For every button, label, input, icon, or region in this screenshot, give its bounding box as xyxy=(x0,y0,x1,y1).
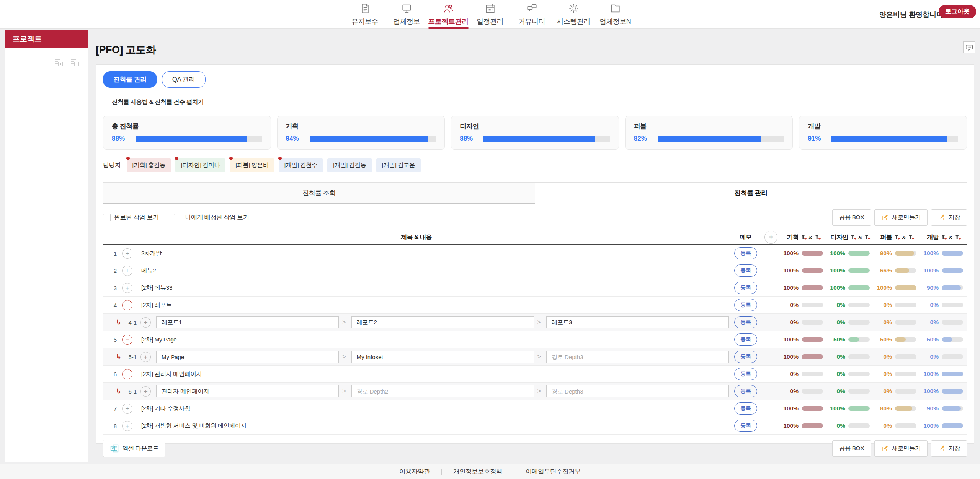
tree-collapse-all-icon[interactable] xyxy=(69,58,81,67)
expand-row-button[interactable]: + xyxy=(122,404,132,414)
manager-tag[interactable]: [개발] 김철수 xyxy=(279,158,323,172)
path-depth-input[interactable] xyxy=(546,351,729,363)
progress-bar xyxy=(895,406,916,411)
nav-item-company-info[interactable]: 업체정보 xyxy=(386,0,428,29)
row-number: 5 xyxy=(108,336,117,343)
filter-icon[interactable] xyxy=(908,235,914,240)
filter-icon[interactable] xyxy=(941,235,946,240)
register-memo-button[interactable]: 등록 xyxy=(734,333,757,346)
expand-row-button[interactable]: + xyxy=(122,248,132,259)
register-memo-button[interactable]: 등록 xyxy=(734,368,757,380)
title-cell: 8+[2차] 개방형 서비스 및 비회원 메인페이지 xyxy=(103,417,730,434)
nav-item-label: 일정관리 xyxy=(477,17,503,26)
add-sub-row-button[interactable]: + xyxy=(140,386,151,397)
manager-tag[interactable]: [기획] 홍길동 xyxy=(127,158,171,172)
register-memo-button[interactable]: 등록 xyxy=(734,420,757,432)
excel-download-button[interactable]: 엑셀 다운로드 xyxy=(103,440,165,457)
tab-progress-manage[interactable]: 진척률 관리 xyxy=(535,182,967,204)
progress-bar xyxy=(895,389,916,394)
register-memo-button[interactable]: 등록 xyxy=(734,402,757,415)
progress-dev-cell: 100% xyxy=(920,388,967,395)
qa-manage-pill[interactable]: QA 관리 xyxy=(162,71,206,88)
nav-item-system-management[interactable]: 시스템관리 xyxy=(553,0,595,29)
progress-manage-pill[interactable]: 진척률 관리 xyxy=(103,71,157,88)
expand-row-button[interactable]: + xyxy=(122,283,132,293)
progress-dev-cell: 100% xyxy=(920,371,967,377)
create-new-button[interactable]: 새로만들기 xyxy=(874,440,928,457)
progress-bar xyxy=(895,268,916,273)
progress-design-cell: 50% xyxy=(827,336,874,343)
progress-bar xyxy=(848,372,870,376)
progress-value: 0% xyxy=(874,302,892,308)
register-memo-button[interactable]: 등록 xyxy=(734,299,757,311)
progress-dev-cell: 0% xyxy=(920,319,967,326)
nav-item-maintenance[interactable]: 유지보수 xyxy=(344,0,386,29)
progress-bar xyxy=(802,337,823,342)
logout-button[interactable]: 로그아웃 xyxy=(939,5,976,18)
path-depth-input[interactable] xyxy=(546,385,729,397)
filter-icon[interactable] xyxy=(894,235,900,240)
checkbox-completed[interactable] xyxy=(103,214,111,221)
progress-value: 0% xyxy=(920,302,939,308)
add-row-button[interactable]: + xyxy=(764,231,777,244)
register-memo-button[interactable]: 등록 xyxy=(734,351,757,363)
register-memo-button[interactable]: 등록 xyxy=(734,264,757,277)
shared-box-button[interactable]: 공용 BOX xyxy=(832,209,871,226)
filter-icon[interactable] xyxy=(955,235,960,240)
summary-card-label: 기획 xyxy=(286,122,436,131)
row-number: 2 xyxy=(108,267,117,274)
collapse-row-button[interactable]: − xyxy=(122,335,132,345)
progress-publish-cell: 100% xyxy=(874,284,920,291)
create-new-button[interactable]: 새로만들기 xyxy=(874,209,928,226)
footer-link-terms[interactable]: 이용자약관 xyxy=(388,468,441,476)
nav-item-community[interactable]: 커뮤니티 xyxy=(511,0,553,29)
filter-icon[interactable] xyxy=(815,235,820,240)
register-memo-button[interactable]: 등록 xyxy=(734,247,757,259)
path-depth-input[interactable] xyxy=(351,351,534,363)
add-sub-row-button[interactable]: + xyxy=(140,317,151,328)
progress-bar xyxy=(895,303,916,307)
filter-assigned-to-me[interactable]: 나에게 배정된 작업 보기 xyxy=(174,213,249,221)
filter-completed[interactable]: 완료된 작업 보기 xyxy=(103,213,158,221)
path-depth-input[interactable] xyxy=(156,351,339,363)
register-memo-button[interactable]: 등록 xyxy=(734,385,757,397)
path-depth-input[interactable] xyxy=(546,316,729,328)
path-depth-input[interactable] xyxy=(156,316,339,328)
shared-box-button[interactable]: 공용 BOX xyxy=(832,440,871,457)
collapse-row-button[interactable]: − xyxy=(122,369,132,379)
nav-item-schedule[interactable]: 일정관리 xyxy=(469,0,511,29)
footer-link-privacy[interactable]: 개인정보보호정책 xyxy=(442,468,514,476)
path-depth-input[interactable] xyxy=(351,385,534,397)
path-depth-input[interactable] xyxy=(156,385,339,397)
comment-button[interactable] xyxy=(963,41,975,53)
register-memo-button[interactable]: 등록 xyxy=(734,316,757,328)
add-sub-row-button[interactable]: + xyxy=(140,352,151,362)
footer-link-email[interactable]: 이메일무단수집거부 xyxy=(514,468,592,476)
collapse-row-button[interactable]: − xyxy=(122,300,132,310)
tab-progress-view[interactable]: 진척률 조회 xyxy=(103,182,535,204)
nav-item-company-info-n[interactable]: 업체정보N xyxy=(595,0,636,29)
sub-row-arrow-icon: ↳ xyxy=(116,353,121,361)
tree-expand-all-icon[interactable] xyxy=(53,58,65,67)
filter-icon[interactable] xyxy=(851,235,856,240)
save-button[interactable]: 저장 xyxy=(931,209,967,226)
progress-plan-cell: 100% xyxy=(780,284,827,291)
manager-tag[interactable]: [개발] 김길동 xyxy=(327,158,372,172)
expand-row-button[interactable]: + xyxy=(122,421,132,431)
pencil-square-icon xyxy=(938,214,945,221)
title-cell: ↳5-1+>> xyxy=(103,348,730,365)
usage-guide-button[interactable]: 진척률 사용법 & 진척률 건수 펼치기 xyxy=(103,94,212,110)
manager-tag[interactable]: [퍼블] 양은비 xyxy=(230,158,274,172)
checkbox-assigned[interactable] xyxy=(174,214,181,221)
title-cell: 2+메뉴2 xyxy=(103,262,730,279)
manager-tag[interactable]: [디자인] 김미나 xyxy=(175,158,225,172)
expand-row-button[interactable]: + xyxy=(122,266,132,276)
summary-progress-bar xyxy=(136,136,262,142)
register-memo-button[interactable]: 등록 xyxy=(734,282,757,294)
manager-tag[interactable]: [개발] 김고운 xyxy=(376,158,421,172)
filter-icon[interactable] xyxy=(864,235,870,240)
filter-icon[interactable] xyxy=(801,235,806,240)
save-button[interactable]: 저장 xyxy=(931,440,967,457)
path-depth-input[interactable] xyxy=(351,316,534,328)
nav-item-project-management[interactable]: 프로젝트관리 xyxy=(428,0,469,29)
